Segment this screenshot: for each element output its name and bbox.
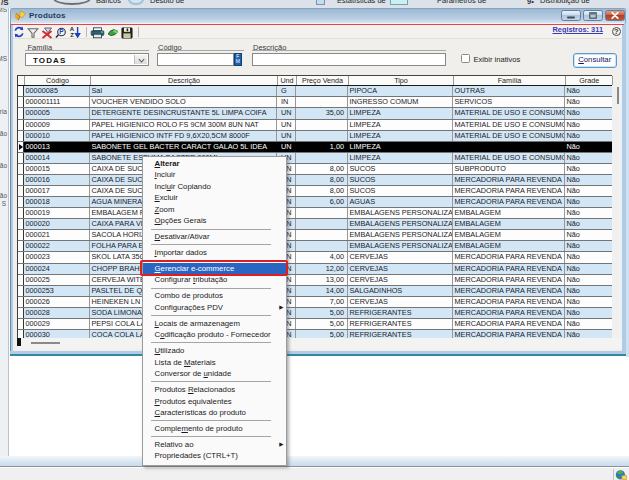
svg-text:Z: Z (70, 32, 74, 38)
svg-text:P: P (59, 28, 64, 35)
